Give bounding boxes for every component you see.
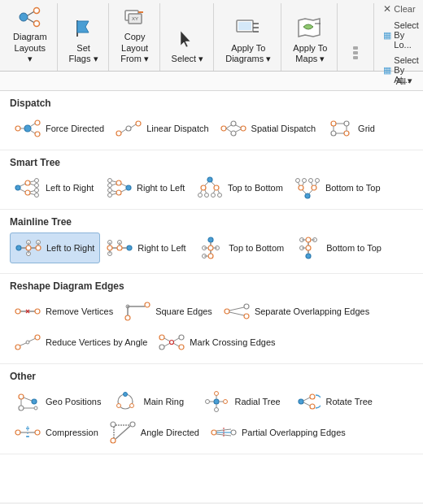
partial-overlapping-icon: [211, 421, 237, 444]
main-bottom-top-label: Bottom to Top: [326, 242, 382, 254]
angle-directed-item[interactable]: Angle Directed: [105, 418, 204, 447]
svg-line-4: [28, 19, 34, 23]
force-directed-item[interactable]: Force Directed: [10, 114, 109, 143]
reduce-vertices-item[interactable]: Reduce Vertices by Angle: [10, 328, 152, 357]
svg-line-32: [131, 124, 136, 128]
svg-point-188: [310, 404, 315, 409]
select-attr-icon: ▦: [383, 65, 391, 76]
svg-point-92: [302, 179, 306, 183]
smart-bottom-top-item[interactable]: Bottom to Top: [290, 173, 386, 202]
svg-line-157: [20, 343, 27, 345]
svg-point-133: [306, 237, 311, 242]
diagram-layouts-button[interactable]: Diagram Layouts ▾: [8, 1, 52, 67]
select-button[interactable]: Select ▾: [167, 23, 209, 67]
svg-point-75: [207, 177, 212, 182]
copy-layout-group: XY Copy Layout From ▾: [111, 3, 160, 71]
svg-rect-12: [238, 22, 251, 30]
smart-right-left-label: Right to Left: [137, 182, 185, 193]
reduce-vertices-label: Reduce Vertices by Angle: [46, 337, 147, 348]
svg-line-39: [236, 125, 241, 128]
svg-line-189: [303, 398, 310, 401]
separate-overlapping-label: Separate Overlapping Edges: [255, 306, 369, 317]
copy-layout-button[interactable]: XY Copy Layout From ▾: [116, 1, 155, 67]
linear-dispatch-item[interactable]: Linear Dispatch: [111, 114, 213, 143]
svg-line-3: [28, 12, 34, 16]
svg-text:XY: XY: [132, 16, 138, 21]
rotate-tree-icon: [294, 390, 321, 413]
svg-point-68: [108, 193, 112, 198]
geo-positions-item[interactable]: Geo Positions: [10, 387, 106, 416]
remove-vertices-icon: [15, 300, 41, 323]
remove-vertices-item[interactable]: Remove Vertices: [10, 297, 118, 326]
reshape-title: Reshape Diagram Edges: [10, 279, 413, 292]
mark-crossing-item[interactable]: Mark Crossing Edges: [154, 328, 280, 357]
svg-line-170: [24, 398, 32, 401]
smart-bottom-top-icon: [294, 176, 321, 199]
apply-maps-icon: [297, 15, 323, 41]
clear-button[interactable]: ✕ Clear: [381, 2, 421, 16]
svg-point-24: [35, 132, 40, 137]
app-container: Diagram Layouts ▾ Set Flags ▾: [0, 0, 423, 502]
svg-point-174: [124, 393, 128, 397]
svg-line-158: [29, 339, 36, 342]
dispatch-section: Dispatch Force Direc: [0, 91, 423, 150]
svg-point-180: [206, 400, 210, 404]
geo-positions-icon: [15, 390, 41, 413]
apply-maps-label: Apply ToMaps ▾: [293, 43, 327, 64]
filter-label: All: [396, 76, 406, 86]
svg-line-85: [205, 190, 207, 193]
separate-overlapping-item[interactable]: Separate Overlapping Edges: [219, 297, 374, 326]
svg-point-28: [116, 131, 121, 136]
svg-line-72: [112, 184, 117, 185]
svg-point-43: [331, 131, 336, 136]
main-ring-item[interactable]: Main Ring: [107, 387, 197, 416]
main-right-left-item[interactable]: Right to Left: [102, 232, 191, 263]
smart-left-right-item[interactable]: Left to Right: [10, 173, 99, 202]
svg-line-100: [316, 183, 317, 186]
svg-point-89: [299, 185, 303, 190]
svg-point-65: [108, 179, 112, 183]
svg-point-36: [231, 131, 236, 136]
filter-dropdown-icon: ▾: [408, 76, 412, 86]
svg-point-150: [244, 304, 249, 309]
compression-item[interactable]: Compression: [10, 418, 103, 447]
svg-point-63: [116, 180, 121, 185]
main-left-right-item[interactable]: Left to Right: [10, 232, 100, 263]
svg-line-40: [236, 129, 241, 132]
smart-top-bottom-item[interactable]: Top to Bottom: [192, 173, 288, 202]
filter-bar: All ▾: [0, 72, 423, 91]
radial-tree-item[interactable]: Radial Tree: [198, 387, 288, 416]
square-edges-item[interactable]: Square Edges: [120, 297, 217, 326]
partial-overlapping-item[interactable]: Partial Overlapping Edges: [206, 418, 351, 447]
set-flags-button[interactable]: Set Flags ▾: [64, 12, 103, 67]
grid-icon: [327, 117, 353, 140]
select-by-loc-button[interactable]: ▦ Select By Lo...: [381, 19, 421, 51]
spatial-dispatch-item[interactable]: Spatial Dispatch: [216, 114, 321, 143]
more-options-button[interactable]: [341, 37, 370, 69]
main-top-bottom-item[interactable]: Top to Bottom: [193, 232, 289, 263]
smart-right-left-item[interactable]: Right to Left: [101, 173, 190, 202]
toolbar: Diagram Layouts ▾ Set Flags ▾: [0, 0, 423, 72]
main-ring-label: Main Ring: [143, 396, 184, 407]
svg-point-179: [224, 400, 228, 404]
apply-maps-button[interactable]: Apply ToMaps ▾: [288, 12, 332, 67]
svg-point-104: [36, 245, 41, 250]
svg-line-82: [205, 182, 208, 185]
svg-line-37: [226, 125, 231, 128]
svg-line-27: [31, 131, 36, 134]
grid-item[interactable]: Grid: [322, 114, 412, 143]
radial-tree-icon: [203, 390, 229, 413]
other-section: Other Geo Positions: [0, 364, 423, 454]
svg-point-21: [24, 125, 31, 132]
apply-maps-group: Apply ToMaps ▾: [283, 3, 338, 71]
main-bottom-top-item[interactable]: Bottom to Top: [290, 232, 386, 263]
mark-crossing-label: Mark Crossing Edges: [190, 337, 275, 348]
svg-line-70: [121, 189, 126, 192]
dispatch-title: Dispatch: [10, 96, 413, 109]
mark-crossing-icon: [159, 331, 185, 354]
apply-diagrams-button[interactable]: Apply ToDiagrams ▾: [220, 12, 276, 67]
svg-point-33: [221, 126, 226, 131]
svg-point-53: [35, 184, 39, 188]
filter-all-button[interactable]: All ▾: [392, 74, 416, 88]
rotate-tree-item[interactable]: Rotate Tree: [290, 387, 379, 416]
